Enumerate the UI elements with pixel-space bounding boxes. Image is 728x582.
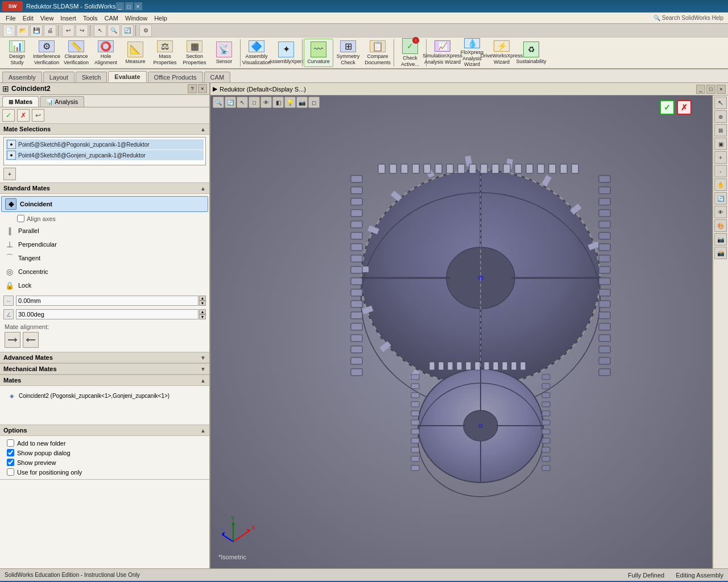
sustainability-btn[interactable]: ♻ Sustainability bbox=[516, 39, 546, 67]
standard-mates-header[interactable]: Standard Mates ▲ bbox=[0, 183, 209, 194]
mate-parallel-option[interactable]: ∥ Parallel bbox=[1, 224, 208, 238]
menu-help[interactable]: Help bbox=[151, 14, 171, 23]
vp-rotate-btn[interactable]: 🔄 bbox=[225, 97, 236, 108]
search-box[interactable]: 🔍 Search SolidWorks Help bbox=[651, 15, 726, 21]
mate-perp-option[interactable]: ⊥ Perpendicular bbox=[1, 238, 208, 251]
align-btn-1[interactable] bbox=[5, 332, 20, 348]
vp-light-btn[interactable]: 💡 bbox=[284, 97, 296, 108]
mates-collapse[interactable]: ▲ bbox=[200, 377, 206, 384]
vp-display-btn[interactable]: □ bbox=[249, 97, 260, 108]
undo-btn[interactable]: ↩ bbox=[62, 24, 75, 37]
mate-tangent-option[interactable]: ⌒ Tangent bbox=[1, 251, 208, 265]
clearance-btn[interactable]: 📏 ClearanceVerification bbox=[61, 39, 91, 67]
rt-capture-btn[interactable]: 📸 bbox=[714, 247, 727, 259]
print-btn[interactable]: 🖨 bbox=[44, 24, 56, 37]
mate-selections-collapse[interactable]: ▲ bbox=[200, 126, 206, 132]
rt-rotate-btn[interactable]: 🔄 bbox=[714, 192, 727, 205]
menu-view[interactable]: View bbox=[37, 14, 57, 23]
mate-concentric-option[interactable]: ◎ Concentric bbox=[1, 265, 208, 278]
mate-coincident-option[interactable]: ◈ Coincident bbox=[1, 196, 208, 212]
angle-input[interactable] bbox=[16, 309, 198, 319]
vp-hide-btn[interactable]: ◻ bbox=[308, 97, 320, 108]
tab-cam[interactable]: CAM bbox=[204, 72, 230, 82]
menu-insert[interactable]: Insert bbox=[57, 14, 80, 23]
tab-layout[interactable]: Layout bbox=[43, 72, 75, 82]
vp-section-btn[interactable]: ◧ bbox=[272, 97, 284, 108]
rt-zoom-fit-btn[interactable]: ⊠ bbox=[714, 124, 727, 136]
vp-zoom-btn[interactable]: 🔍 bbox=[213, 97, 224, 108]
opt-positioning-checkbox[interactable] bbox=[7, 468, 14, 476]
rt-zoom-sheet-btn[interactable]: ▣ bbox=[714, 138, 727, 150]
design-study-btn[interactable]: 📊 DesignStudy bbox=[2, 39, 32, 67]
rt-zoom-area-btn[interactable]: ⊕ bbox=[714, 110, 727, 123]
sensor-btn[interactable]: 📡 Sensor bbox=[209, 39, 239, 67]
assembly-viz-btn[interactable]: 🔷 AssemblyVisualization bbox=[242, 39, 271, 67]
rt-zoom-in-btn[interactable]: + bbox=[714, 151, 727, 164]
distance-input[interactable] bbox=[16, 296, 198, 306]
vp-close-btn[interactable]: × bbox=[717, 85, 726, 94]
vp-ok-btn[interactable]: ✓ bbox=[660, 100, 675, 115]
rt-pan-btn[interactable]: ✋ bbox=[714, 178, 727, 191]
mechanical-mates-collapse[interactable]: ▼ bbox=[200, 366, 206, 372]
menu-file[interactable]: File bbox=[2, 14, 19, 23]
simulation-wizard-btn[interactable]: 📈 SimulationXpressAnalysis Wizard bbox=[428, 39, 457, 67]
vp-select-btn[interactable]: ↖ bbox=[237, 97, 248, 108]
standard-mates-collapse[interactable]: ▲ bbox=[200, 185, 206, 192]
menu-window[interactable]: Window bbox=[122, 14, 151, 23]
rt-render-btn[interactable]: 🎨 bbox=[714, 219, 727, 232]
tab-office[interactable]: Office Products bbox=[148, 72, 203, 82]
pm-scroll-area[interactable]: Mate Selections ▲ ● Point5@Sketch6@Pogon… bbox=[0, 124, 209, 568]
vp-camera-btn[interactable]: 📷 bbox=[296, 97, 308, 108]
3d-viewport[interactable]: 🔍 🔄 ↖ □ 👁 ◧ 💡 📷 ◻ ✓ ✗ bbox=[210, 95, 712, 568]
open-btn[interactable]: 📂 bbox=[16, 24, 29, 37]
compare-docs-btn[interactable]: 📋 CompareDocuments bbox=[363, 39, 392, 67]
curvature-btn[interactable]: 〰 Curvature bbox=[304, 39, 333, 67]
vp-view-btn[interactable]: 👁 bbox=[260, 97, 272, 108]
tab-assembly[interactable]: Assembly bbox=[2, 72, 42, 82]
save-btn[interactable]: 💾 bbox=[30, 24, 43, 37]
align-axes-checkbox[interactable] bbox=[17, 215, 24, 222]
opt-new-folder-checkbox[interactable] bbox=[7, 439, 14, 447]
driveworks-btn[interactable]: ⚡ DriveWorksXpressWizard bbox=[487, 39, 516, 67]
rt-zoom-out-btn[interactable]: - bbox=[714, 165, 727, 177]
pm-tab-mates[interactable]: ⊞Mates bbox=[2, 96, 39, 107]
tab-evaluate[interactable]: Evaluate bbox=[108, 71, 146, 82]
mates-section-header[interactable]: Mates ▲ bbox=[0, 375, 209, 386]
distance-down-btn[interactable]: ▼ bbox=[199, 301, 206, 306]
tab-sketch[interactable]: Sketch bbox=[76, 72, 107, 82]
angle-up-btn[interactable]: ▲ bbox=[199, 309, 206, 314]
menu-tools[interactable]: Tools bbox=[80, 14, 101, 23]
symmetry-check-btn[interactable]: ⊞ SymmetryCheck bbox=[333, 39, 363, 67]
vp-expand-btn[interactable]: □ bbox=[706, 85, 715, 94]
advanced-mates-header[interactable]: Advanced Mates ▼ bbox=[0, 352, 209, 363]
distance-up-btn[interactable]: ▲ bbox=[199, 296, 206, 301]
select-btn[interactable]: ↖ bbox=[94, 24, 106, 37]
mate-lock-option[interactable]: 🔒 Lock bbox=[1, 278, 208, 292]
redo-btn[interactable]: ↪ bbox=[76, 24, 88, 37]
rotate-btn[interactable]: 🔄 bbox=[121, 24, 134, 37]
zoom-btn[interactable]: 🔍 bbox=[107, 24, 120, 37]
rt-select-btn[interactable]: ↖ bbox=[714, 97, 727, 109]
advanced-mates-collapse[interactable]: ▼ bbox=[200, 355, 206, 361]
pm-close-btn[interactable]: × bbox=[198, 84, 207, 93]
menu-edit[interactable]: Edit bbox=[19, 14, 37, 23]
opt-preview-checkbox[interactable] bbox=[7, 459, 14, 466]
pm-reset-btn[interactable]: ↩ bbox=[32, 109, 44, 122]
options-btn[interactable]: ⚙ bbox=[139, 24, 152, 37]
menu-cam[interactable]: CAM bbox=[101, 14, 122, 23]
restore-btn[interactable]: □ bbox=[125, 2, 133, 10]
rt-view-btn[interactable]: 👁 bbox=[714, 206, 727, 218]
pm-tab-analysis[interactable]: 📊Analysis bbox=[40, 96, 84, 107]
mate-list-item-1[interactable]: ◈ Coincident2 (Pogonski_zupcanik<1>,Gonj… bbox=[5, 390, 204, 401]
options-collapse[interactable]: ▲ bbox=[200, 427, 206, 434]
pm-cancel-btn[interactable]: ✗ bbox=[17, 109, 30, 122]
hole-alignment-btn[interactable]: ⭕ HoleAlignment bbox=[91, 39, 121, 67]
mechanical-mates-header[interactable]: Mechanical Mates ▼ bbox=[0, 364, 209, 375]
rt-camera-btn[interactable]: 📷 bbox=[714, 233, 727, 246]
pm-ok-btn[interactable]: ✓ bbox=[2, 109, 15, 122]
mass-props-btn[interactable]: ⚖ MassProperties bbox=[150, 39, 180, 67]
vp-collapse-btn[interactable]: _ bbox=[696, 85, 705, 94]
assemblyxpert-btn[interactable]: ✦ AssemblyXpert bbox=[271, 39, 301, 67]
section-props-btn[interactable]: ▦ SectionProperties bbox=[180, 39, 209, 67]
opt-popup-checkbox[interactable] bbox=[7, 449, 14, 456]
